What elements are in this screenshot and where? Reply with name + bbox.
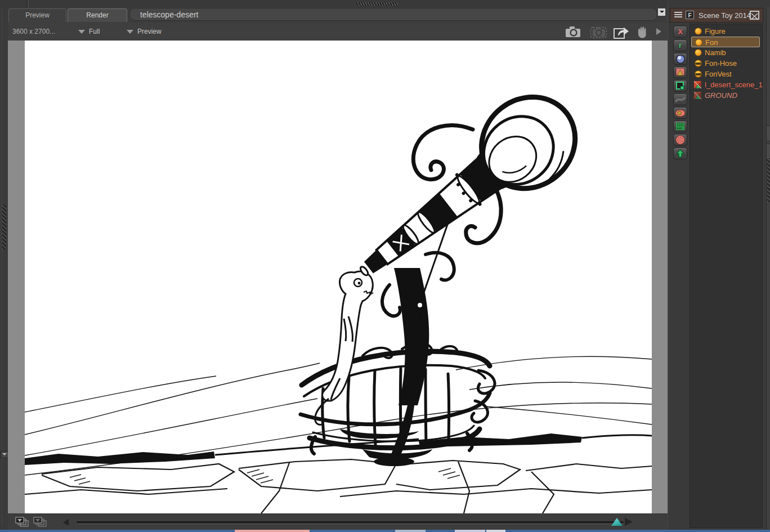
layer-name: GROUND (705, 90, 737, 101)
render-canvas[interactable] (25, 41, 652, 513)
eye-oval-icon (675, 109, 686, 117)
mode-value: Preview (137, 28, 162, 35)
resolution-label: 3600 x 2700... (12, 23, 55, 41)
splitter-segment[interactable] (767, 126, 770, 141)
layer-name: Fon-Hose (705, 58, 737, 69)
layer-name: Figure (705, 26, 726, 37)
panel-window-icon[interactable]: F (686, 11, 694, 19)
delete-tool-button[interactable]: X (673, 26, 687, 38)
green-stack-icon (675, 123, 685, 131)
red-sphere-tool-button[interactable] (673, 134, 687, 146)
layer-row-ground[interactable]: GROUND (691, 90, 760, 101)
sphere-layer-icon (695, 49, 702, 56)
quality-value: Full (89, 28, 100, 35)
window-bottom-edge (0, 530, 770, 532)
menu-icon[interactable] (674, 12, 682, 19)
camera-icon (565, 25, 581, 38)
layer-stack-button-2[interactable] (33, 517, 47, 527)
sphere-layer-icon (695, 28, 702, 35)
layer-name: l_desert_scene_1 (705, 79, 763, 90)
sphere-layer-icon (695, 39, 702, 46)
eye-oval-tool-button[interactable] (673, 107, 687, 119)
right-splitter (766, 7, 770, 530)
snapshot-button[interactable] (565, 25, 581, 38)
duplicate-tool-button[interactable] (673, 80, 687, 92)
export-button[interactable] (613, 25, 630, 38)
sphere-banded-layer-icon (695, 70, 702, 78)
tab-bar: Preview Render telescope-desert (8, 7, 668, 23)
landscape-tool-button[interactable] (673, 66, 687, 78)
orb-tool-button[interactable] (673, 53, 687, 65)
chevron-down-icon (127, 30, 133, 34)
up-arrow-tool-button[interactable] (673, 147, 687, 159)
layer-row-namib[interactable]: Namib (691, 47, 760, 58)
telescope-illustration (25, 41, 652, 513)
splitter-segment[interactable] (767, 144, 770, 159)
mode-dropdown[interactable]: Preview (127, 23, 162, 41)
scene-panel: F Scene Toy 2014 X r (668, 0, 770, 532)
camera-disabled-icon (590, 25, 608, 38)
scene-dim-layer-icon (694, 92, 701, 99)
divider (2, 10, 2, 525)
edge-segment (235, 530, 310, 532)
quality-dropdown[interactable]: Full (78, 23, 100, 41)
tab-render[interactable]: Render (68, 8, 127, 22)
left-splitter (0, 7, 8, 530)
edge-segment (486, 530, 505, 532)
up-arrow-icon (675, 149, 685, 158)
seam (26, 0, 27, 7)
rotate-tool-button[interactable]: r (673, 39, 687, 51)
layers-icon (33, 517, 47, 527)
seam (28, 0, 29, 7)
layer-name: Fon (705, 37, 718, 48)
edge-segment (395, 530, 426, 532)
render-toolbar: 3600 x 2700... Full Preview (8, 23, 668, 41)
layer-row-fonvest[interactable]: FonVest (691, 69, 760, 79)
x-icon: X (674, 26, 687, 37)
panel-header: F Scene Toy 2014 (670, 8, 763, 23)
swoosh-tool-button[interactable] (673, 93, 687, 105)
layer-row-figure[interactable]: Figure (691, 26, 760, 37)
panel-grip-handle[interactable] (356, 2, 398, 6)
frame-forward-button[interactable] (625, 518, 633, 526)
left-dropdown-button[interactable] (1, 451, 8, 458)
green-stack-tool-button[interactable] (673, 120, 687, 132)
layer-name: FonVest (705, 69, 732, 79)
layer-row-fon-hose[interactable]: Fon-Hose (691, 58, 760, 69)
blue-orb-icon (675, 54, 686, 64)
timeline-bar (8, 513, 668, 530)
tab-preview[interactable]: Preview (8, 8, 66, 22)
layer-row-fon[interactable]: Fon (691, 37, 760, 47)
export-icon (613, 25, 630, 39)
layer-name: Namib (705, 47, 726, 58)
snapshot-disabled-button[interactable] (590, 25, 608, 38)
right-grip-handle[interactable] (767, 158, 770, 202)
top-strip (0, 0, 770, 8)
hand-icon (635, 25, 649, 39)
timeline-track[interactable] (77, 521, 624, 524)
layer-list: Figure Fon Namib Fon-Hose FonVest (690, 24, 763, 528)
landscape-icon (675, 68, 685, 77)
layers-icon (15, 517, 29, 527)
swoosh-icon (675, 96, 686, 104)
frame-back-button[interactable] (63, 519, 69, 526)
left-grip-handle[interactable] (2, 204, 6, 249)
canvas-viewport (8, 41, 668, 513)
app-window: Preview Render telescope-desert 3600 x 2… (0, 0, 770, 532)
pan-button[interactable] (635, 25, 649, 38)
sphere-banded-layer-icon (695, 60, 702, 67)
duplicate-icon (675, 82, 685, 91)
layer-row-desert-scene[interactable]: l_desert_scene_1 (691, 79, 760, 90)
chevron-down-icon (660, 11, 664, 13)
scene-layer-icon (694, 81, 701, 88)
document-title-field[interactable]: telescope-desert (129, 8, 657, 21)
red-sphere-icon (675, 135, 685, 145)
layer-stack-button[interactable] (15, 517, 29, 527)
chevron-down-icon (2, 453, 7, 455)
r-icon: r (674, 40, 687, 51)
expand-arrow-icon[interactable] (656, 28, 661, 35)
panel-title: Scene Toy 2014 (699, 8, 751, 23)
title-dropdown-button[interactable] (657, 8, 666, 16)
close-icon[interactable] (750, 11, 759, 20)
chevron-down-icon (78, 30, 85, 34)
